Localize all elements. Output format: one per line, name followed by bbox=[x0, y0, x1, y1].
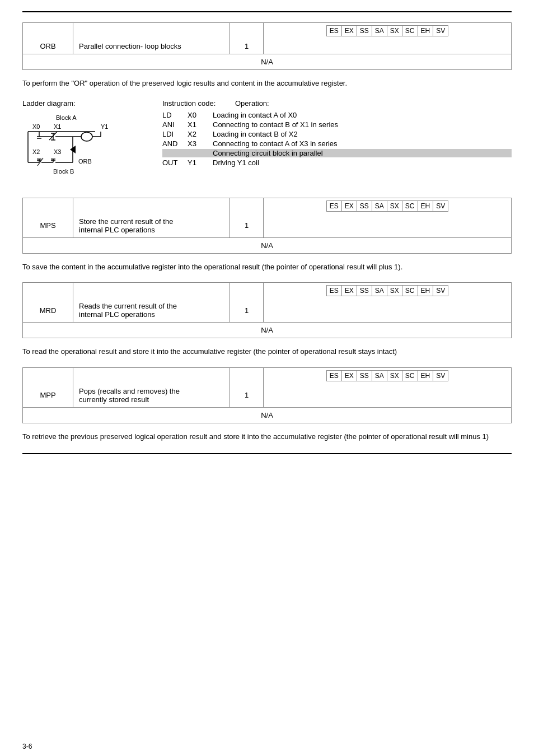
mps-desc-line2: internal PLC operations bbox=[79, 226, 155, 234]
mrd-steps: 1 bbox=[230, 298, 264, 323]
mrd-desc-line1: Reads the current result of the bbox=[79, 302, 177, 310]
mrd-steps-top bbox=[230, 283, 264, 299]
mpp-table: ES EX SS SA SX SC EH SV MPP Pops (recall… bbox=[22, 367, 512, 423]
mpp-flags-empty bbox=[264, 384, 512, 408]
mpp-desc-line1: Pops (recalls and removes) the bbox=[79, 387, 180, 395]
orb-steps-top bbox=[230, 23, 264, 39]
orb-table: ES EX SS SA SX SC EH SV ORB Parallel con… bbox=[22, 22, 512, 70]
instr-desc-4: Connecting circuit block in parallel bbox=[213, 149, 323, 157]
instr-code-label: Instruction code: bbox=[162, 99, 224, 108]
instr-row-3: AND X3 Connecting to contact A of X3 in … bbox=[162, 139, 512, 148]
mpp-description: Pops (recalls and removes) the currently… bbox=[73, 384, 230, 408]
mpp-flag-eh: EH bbox=[418, 371, 434, 381]
svg-text:X3: X3 bbox=[54, 148, 61, 155]
mpp-flag-es: ES bbox=[327, 371, 342, 381]
mrd-flag-sx: SX bbox=[387, 286, 402, 296]
mps-description: Store the current result of the internal… bbox=[73, 214, 230, 238]
mpp-flag-sv: SV bbox=[433, 371, 448, 381]
mps-na: N/A bbox=[23, 237, 512, 253]
svg-text:X0: X0 bbox=[32, 123, 40, 130]
mps-flags-top: ES EX SS SA SX SC EH SV bbox=[264, 198, 512, 214]
orb-flags: ES EX SS SA SX SC EH SV bbox=[326, 25, 448, 36]
instr-mnem-2: LDI bbox=[162, 130, 188, 138]
mps-flag-eh: EH bbox=[418, 201, 434, 211]
instr-operand-3: X3 bbox=[188, 139, 213, 148]
mpp-flag-ex: EX bbox=[342, 371, 357, 381]
mps-desc-para: To save the content in the accumulative … bbox=[22, 262, 512, 273]
mrd-desc-line2: internal PLC operations bbox=[79, 310, 155, 319]
instr-mnem-3: AND bbox=[162, 139, 188, 148]
svg-text:Y1: Y1 bbox=[101, 123, 108, 130]
mrd-flag-es: ES bbox=[327, 286, 342, 296]
mps-flag-sv: SV bbox=[433, 201, 448, 211]
mrd-table: ES EX SS SA SX SC EH SV MRD Reads the cu… bbox=[22, 282, 512, 338]
mrd-desc-para: To read the operational result and store… bbox=[22, 346, 512, 357]
mpp-steps: 1 bbox=[230, 384, 264, 408]
ladder-svg: Block A X0 X1 Y1 bbox=[22, 112, 134, 185]
mpp-desc-para: To retrieve the previous preserved logic… bbox=[22, 431, 512, 442]
flag-sv: SV bbox=[433, 26, 448, 36]
svg-text:X1: X1 bbox=[54, 123, 61, 130]
instr-desc-1: Connecting to contact B of X1 in series bbox=[213, 120, 338, 129]
svg-text:X2: X2 bbox=[32, 148, 40, 155]
mrd-flag-ss: SS bbox=[357, 286, 372, 296]
mrd-flag-ex: EX bbox=[342, 286, 357, 296]
page-number: 3-6 bbox=[22, 743, 32, 750]
mpp-flag-ss: SS bbox=[357, 371, 372, 381]
mps-desc-top bbox=[73, 198, 230, 214]
instr-operand-2: X2 bbox=[188, 130, 213, 138]
bottom-rule bbox=[22, 453, 512, 454]
orb-steps: 1 bbox=[230, 39, 264, 54]
orb-na: N/A bbox=[23, 54, 512, 70]
instr-mnem-1: ANI bbox=[162, 120, 188, 129]
mpp-desc-top bbox=[73, 367, 230, 384]
mps-flag-sx: SX bbox=[387, 201, 402, 211]
ladder-title: Ladder diagram: bbox=[22, 99, 146, 108]
mpp-flag-sx: SX bbox=[387, 371, 402, 381]
mrd-flag-sv: SV bbox=[433, 286, 448, 296]
mps-na-row: N/A bbox=[23, 237, 512, 253]
mpp-flags: ES EX SS SA SX SC EH SV bbox=[326, 370, 448, 381]
instr-operand-5: Y1 bbox=[188, 158, 213, 167]
instr-desc-3: Connecting to contact A of X3 in series bbox=[213, 139, 338, 148]
instr-row-1: ANI X1 Connecting to contact B of X1 in … bbox=[162, 120, 512, 129]
orb-top-row: ES EX SS SA SX SC EH SV bbox=[23, 23, 512, 39]
mpp-flag-sa: SA bbox=[372, 371, 387, 381]
mpp-main-row: MPP Pops (recalls and removes) the curre… bbox=[23, 384, 512, 408]
flag-sc: SC bbox=[402, 26, 418, 36]
page: ES EX SS SA SX SC EH SV ORB Parallel con… bbox=[0, 0, 534, 756]
orb-main-row: ORB Parallel connection- loop blocks 1 bbox=[23, 39, 512, 54]
mps-top-row: ES EX SS SA SX SC EH SV bbox=[23, 198, 512, 214]
mrd-description: Reads the current result of the internal… bbox=[73, 298, 230, 323]
instr-row-5: OUT Y1 Driving Y1 coil bbox=[162, 158, 512, 167]
flag-ss: SS bbox=[357, 26, 372, 36]
mrd-na: N/A bbox=[23, 323, 512, 338]
instr-mnem-0: LD bbox=[162, 111, 188, 119]
flag-es: ES bbox=[327, 26, 342, 36]
mrd-na-row: N/A bbox=[23, 323, 512, 338]
mps-main-row: MPS Store the current result of the inte… bbox=[23, 214, 512, 238]
mpp-na: N/A bbox=[23, 407, 512, 423]
mps-steps: 1 bbox=[230, 214, 264, 238]
operation-label: Operation: bbox=[235, 99, 269, 108]
mps-flag-ss: SS bbox=[357, 201, 372, 211]
instr-mnem-5: OUT bbox=[162, 158, 188, 167]
mrd-top-row: ES EX SS SA SX SC EH SV bbox=[23, 283, 512, 299]
flag-sx: SX bbox=[387, 26, 402, 36]
svg-text:Block B: Block B bbox=[53, 168, 74, 175]
mpp-flag-sc: SC bbox=[402, 371, 418, 381]
instr-row-2: LDI X2 Loading in contact B of X2 bbox=[162, 130, 512, 138]
mpp-top-row: ES EX SS SA SX SC EH SV bbox=[23, 367, 512, 384]
top-rule bbox=[22, 11, 512, 12]
instr-operand-4 bbox=[188, 149, 213, 157]
ladder-section: Ladder diagram: Block A X0 X1 Y1 bbox=[22, 99, 512, 186]
instr-row-4-highlighted: Connecting circuit block in parallel bbox=[162, 149, 512, 157]
ladder-diagram: Ladder diagram: Block A X0 X1 Y1 bbox=[22, 99, 146, 186]
svg-point-17 bbox=[81, 132, 92, 141]
orb-mnemonic-top bbox=[23, 23, 73, 39]
mpp-desc-line2: currently stored result bbox=[79, 395, 149, 404]
orb-na-row: N/A bbox=[23, 54, 512, 70]
mps-mnemonic-top bbox=[23, 198, 73, 214]
mrd-flags-empty bbox=[264, 298, 512, 323]
mps-flag-es: ES bbox=[327, 201, 342, 211]
